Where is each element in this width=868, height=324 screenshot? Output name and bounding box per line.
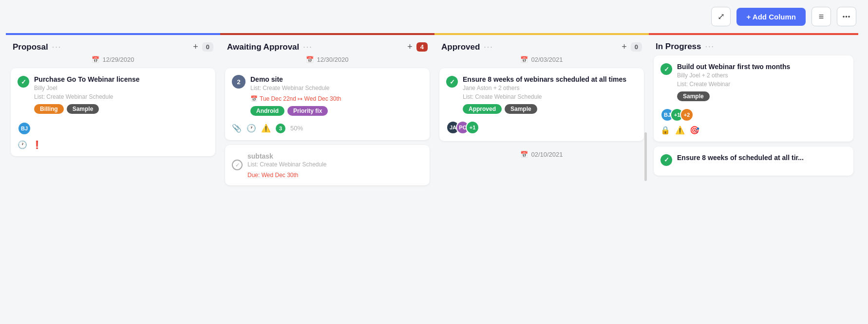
- column-date2-approved: 02/10/2021: [531, 151, 563, 158]
- number-badge-demo: 2: [232, 75, 245, 89]
- tag-android: Android: [250, 106, 284, 116]
- column-count-approved: 0: [631, 42, 642, 52]
- card-purchase-webinar[interactable]: Purchase Go To Webinar license Billy Joe…: [11, 68, 215, 156]
- column-menu-approved[interactable]: ···: [484, 43, 493, 52]
- clock-icon-purchase: 🕐: [18, 140, 27, 149]
- avatar-other: +1: [466, 121, 479, 134]
- fullscreen-button[interactable]: ⤢: [711, 7, 731, 26]
- add-column-button[interactable]: + Add Column: [736, 8, 806, 26]
- calendar-icon-awaiting: 📅: [306, 56, 314, 63]
- card-build-webinar[interactable]: Build out Webinar first two months Billy…: [654, 55, 853, 142]
- comment-badge-demo: 3: [276, 124, 285, 133]
- column-title-awaiting: Awaiting Approval: [227, 42, 299, 52]
- add-column-label: + Add Column: [746, 13, 796, 21]
- warning-icon-build: ⚠️: [675, 126, 685, 135]
- card-ensure-8weeks-approved[interactable]: Ensure 8 weeks of webinars scheduled at …: [439, 68, 644, 141]
- column-date-proposal: 12/29/2020: [102, 56, 134, 63]
- toolbar: ⤢ + Add Column ≡ •••: [0, 0, 868, 33]
- card-title-demo: Demo site: [250, 75, 423, 85]
- column-in-progress: In Progress ··· Build out Webinar first …: [649, 33, 858, 318]
- subtask-circle: [232, 160, 243, 170]
- column-add-proposal[interactable]: +: [193, 42, 198, 52]
- card-demo-site[interactable]: 2 Demo site List: Create Webinar Schedul…: [225, 68, 430, 140]
- column-date-approved: 02/03/2021: [531, 56, 563, 63]
- column-count-proposal: 0: [202, 42, 213, 52]
- card-ensure-8weeks-progress[interactable]: Ensure 8 weeks of scheduled at all tir..…: [654, 146, 853, 176]
- column-count-awaiting: 4: [416, 42, 428, 52]
- column-menu-awaiting[interactable]: ···: [303, 43, 312, 52]
- percent-demo: 50%: [290, 125, 303, 132]
- card-assignee-ensure: Jane Aston + 2 others: [463, 85, 626, 91]
- column-add-approved[interactable]: +: [622, 42, 627, 52]
- column-date-awaiting: 12/30/2020: [317, 56, 348, 63]
- lock-icon-build: 🔒: [660, 126, 670, 135]
- card-title-ensure: Ensure 8 weeks of webinars scheduled at …: [463, 75, 626, 85]
- task-check-purchase: [18, 76, 29, 88]
- more-button[interactable]: •••: [837, 7, 856, 26]
- warning-icon-demo: ⚠️: [261, 124, 271, 133]
- subtask-title: subtask: [247, 152, 327, 162]
- column-title-approved: Approved: [441, 42, 480, 52]
- subtask-list: List: Create Webinar Schedule: [247, 161, 327, 168]
- card-assignee-build: Billy Joel + 2 others: [677, 72, 847, 79]
- alert-icon-purchase: ❗: [32, 140, 42, 149]
- avatar-build-3: +2: [680, 108, 694, 122]
- target-icon-build: 🎯: [690, 126, 699, 135]
- calendar-icon-approved: 📅: [520, 56, 528, 63]
- card-title-build: Build out Webinar first two months: [677, 62, 847, 72]
- subtask-due: Due: Wed Dec 30th: [247, 172, 327, 179]
- card-list-build: List: Create Webinar: [677, 81, 847, 88]
- tag-sample-ensure: Sample: [505, 104, 537, 114]
- calendar-icon-approved2: 📅: [520, 151, 528, 158]
- filter-icon: ≡: [819, 12, 824, 22]
- paperclip-icon-demo: 📎: [232, 124, 242, 133]
- task-check-build: [660, 63, 672, 75]
- card-title-purchase: Purchase Go To Webinar license: [34, 75, 140, 85]
- column-menu-in-progress[interactable]: ···: [705, 42, 715, 51]
- tag-billing: Billing: [34, 104, 64, 114]
- card-list-ensure: List: Create Webinar Schedule: [463, 93, 626, 100]
- more-icon: •••: [843, 13, 851, 20]
- column-title-proposal: Proposal: [13, 42, 48, 52]
- avatar-billy-joel: BJ: [18, 122, 31, 135]
- column-approved: Approved ··· + 0 📅 02/03/2021 Ensure 8 w…: [434, 33, 649, 318]
- calendar-icon-proposal: 📅: [92, 56, 99, 63]
- tag-priority-fix: Priority fix: [287, 106, 328, 116]
- fullscreen-icon: ⤢: [717, 11, 725, 22]
- board: Proposal ··· + 0 📅 12/29/2020 Purchase G…: [0, 33, 868, 318]
- calendar-icon-demo-range: 📅: [250, 95, 258, 102]
- column-awaiting: Awaiting Approval ··· + 4 📅 12/30/2020 2…: [220, 33, 434, 318]
- card-subtask[interactable]: subtask List: Create Webinar Schedule Du…: [225, 145, 430, 186]
- column-menu-proposal[interactable]: ···: [52, 43, 61, 52]
- card-list-demo: List: Create Webinar Schedule: [250, 85, 423, 91]
- card-title-ensure-progress: Ensure 8 weeks of scheduled at all tir..…: [677, 153, 804, 163]
- column-title-in-progress: In Progress: [656, 42, 701, 52]
- date-range-demo: Tue Dec 22nd ↦ Wed Dec 30th: [260, 95, 341, 102]
- card-assignee-purchase: Billy Joel: [34, 85, 140, 91]
- tag-approved: Approved: [463, 104, 502, 114]
- column-add-awaiting[interactable]: +: [407, 42, 413, 52]
- task-check-ensure-progress: [660, 154, 672, 166]
- card-list-purchase: List: Create Webinar Schedule: [34, 93, 140, 100]
- tag-sample-purchase: Sample: [67, 104, 99, 114]
- column-proposal: Proposal ··· + 0 📅 12/29/2020 Purchase G…: [6, 33, 220, 318]
- clock-icon-demo: 🕐: [246, 124, 256, 133]
- filter-button[interactable]: ≡: [811, 7, 831, 26]
- tag-sample-build: Sample: [677, 91, 710, 101]
- task-check-ensure: [446, 76, 458, 88]
